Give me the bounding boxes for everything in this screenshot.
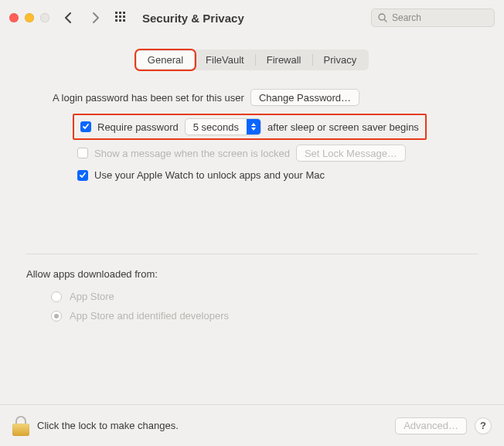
svg-rect-8 [123,19,125,22]
radio-identified-developers: App Store and identified developers [51,310,478,322]
general-pane: A login password has been set for this u… [0,70,504,322]
svg-rect-3 [115,15,117,18]
stepper-icon [247,119,261,134]
require-password-post: after sleep or screen saver begins [267,121,419,133]
zoom-window[interactable] [40,13,49,22]
svg-rect-4 [119,15,121,18]
lock-hint-text: Click the lock to make changes. [37,420,179,431]
radio-icon [51,291,62,302]
require-password-highlight: Require password 5 seconds after sleep o… [73,114,427,140]
search-field[interactable]: Search [371,9,495,27]
allow-downloads-title: Allow apps downloaded from: [26,268,478,280]
search-placeholder: Search [392,12,421,23]
minimize-window[interactable] [25,13,34,22]
require-password-checkbox[interactable] [80,121,91,132]
radio-app-store: App Store [51,291,478,302]
apple-watch-unlock-label: Use your Apple Watch to unlock apps and … [94,169,325,181]
svg-rect-2 [123,12,125,14]
svg-rect-6 [115,19,117,22]
tab-bar: General FileVault Firewall Privacy [135,49,369,70]
window-controls [9,13,49,22]
divider [26,254,478,254]
show-lock-message-label: Show a message when the screen is locked [94,148,290,159]
lock-icon[interactable] [12,416,29,436]
radio-icon [51,311,62,322]
svg-rect-5 [123,15,125,18]
svg-rect-7 [119,19,121,22]
advanced-button[interactable]: Advanced… [395,417,467,434]
show-lock-message-checkbox [77,148,88,158]
tab-firewall[interactable]: Firewall [256,51,312,69]
tab-general[interactable]: General [137,51,194,69]
tab-filevault[interactable]: FileVault [195,51,255,69]
login-password-text: A login password has been set for this u… [53,92,244,104]
close-window[interactable] [9,13,19,22]
set-lock-message-button: Set Lock Message… [296,145,406,162]
svg-rect-1 [119,12,121,14]
back-button[interactable] [59,8,79,28]
require-password-delay-select[interactable]: 5 seconds [185,118,261,135]
show-all-prefs-icon[interactable] [111,8,131,28]
svg-line-10 [384,19,387,22]
titlebar: Security & Privacy Search [0,0,504,36]
require-password-pre: Require password [97,121,179,133]
apple-watch-unlock-checkbox[interactable] [77,170,88,181]
svg-rect-0 [115,12,117,14]
window-title: Security & Privacy [142,12,244,25]
help-button[interactable]: ? [475,417,492,434]
footer: Click the lock to make changes. Advanced… [0,404,504,446]
search-icon [378,13,387,22]
tab-privacy[interactable]: Privacy [313,51,368,69]
change-password-button[interactable]: Change Password… [250,89,359,106]
forward-button[interactable] [85,8,105,28]
